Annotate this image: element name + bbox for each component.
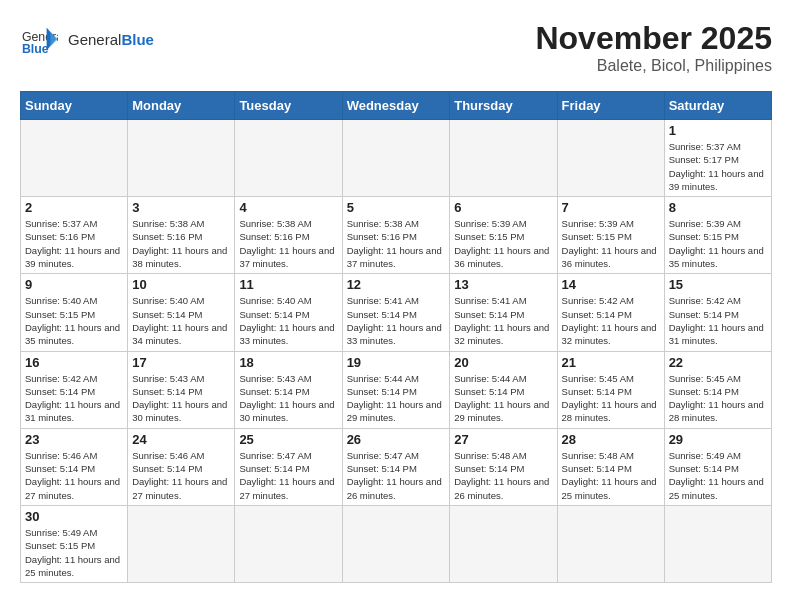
day-info: Sunrise: 5:43 AM Sunset: 5:14 PM Dayligh… — [239, 372, 337, 425]
calendar-row: 9Sunrise: 5:40 AM Sunset: 5:15 PM Daylig… — [21, 274, 772, 351]
header-friday: Friday — [557, 92, 664, 120]
day-info: Sunrise: 5:39 AM Sunset: 5:15 PM Dayligh… — [669, 217, 767, 270]
header-wednesday: Wednesday — [342, 92, 450, 120]
calendar-cell: 27Sunrise: 5:48 AM Sunset: 5:14 PM Dayli… — [450, 428, 557, 505]
day-info: Sunrise: 5:40 AM Sunset: 5:15 PM Dayligh… — [25, 294, 123, 347]
calendar-cell: 22Sunrise: 5:45 AM Sunset: 5:14 PM Dayli… — [664, 351, 771, 428]
day-number: 17 — [132, 355, 230, 370]
day-info: Sunrise: 5:45 AM Sunset: 5:14 PM Dayligh… — [562, 372, 660, 425]
calendar-cell: 11Sunrise: 5:40 AM Sunset: 5:14 PM Dayli… — [235, 274, 342, 351]
day-info: Sunrise: 5:46 AM Sunset: 5:14 PM Dayligh… — [132, 449, 230, 502]
calendar-cell: 5Sunrise: 5:38 AM Sunset: 5:16 PM Daylig… — [342, 197, 450, 274]
title-block: November 2025 Balete, Bicol, Philippines — [535, 20, 772, 75]
calendar-row: 23Sunrise: 5:46 AM Sunset: 5:14 PM Dayli… — [21, 428, 772, 505]
calendar-cell: 7Sunrise: 5:39 AM Sunset: 5:15 PM Daylig… — [557, 197, 664, 274]
day-info: Sunrise: 5:44 AM Sunset: 5:14 PM Dayligh… — [454, 372, 552, 425]
calendar-cell — [450, 505, 557, 582]
day-info: Sunrise: 5:38 AM Sunset: 5:16 PM Dayligh… — [239, 217, 337, 270]
day-info: Sunrise: 5:41 AM Sunset: 5:14 PM Dayligh… — [347, 294, 446, 347]
day-number: 28 — [562, 432, 660, 447]
day-number: 9 — [25, 277, 123, 292]
day-number: 3 — [132, 200, 230, 215]
day-info: Sunrise: 5:40 AM Sunset: 5:14 PM Dayligh… — [239, 294, 337, 347]
calendar-cell — [128, 120, 235, 197]
logo-text: GeneralBlue — [68, 31, 154, 48]
calendar-cell: 29Sunrise: 5:49 AM Sunset: 5:14 PM Dayli… — [664, 428, 771, 505]
calendar-cell — [342, 120, 450, 197]
calendar-cell: 17Sunrise: 5:43 AM Sunset: 5:14 PM Dayli… — [128, 351, 235, 428]
page-subtitle: Balete, Bicol, Philippines — [535, 57, 772, 75]
day-number: 12 — [347, 277, 446, 292]
day-number: 21 — [562, 355, 660, 370]
calendar-cell — [557, 505, 664, 582]
calendar-cell: 9Sunrise: 5:40 AM Sunset: 5:15 PM Daylig… — [21, 274, 128, 351]
calendar-row: 30Sunrise: 5:49 AM Sunset: 5:15 PM Dayli… — [21, 505, 772, 582]
svg-text:Blue: Blue — [22, 42, 49, 56]
weekday-header-row: Sunday Monday Tuesday Wednesday Thursday… — [21, 92, 772, 120]
day-number: 22 — [669, 355, 767, 370]
day-number: 13 — [454, 277, 552, 292]
calendar-cell: 13Sunrise: 5:41 AM Sunset: 5:14 PM Dayli… — [450, 274, 557, 351]
calendar-cell: 24Sunrise: 5:46 AM Sunset: 5:14 PM Dayli… — [128, 428, 235, 505]
day-info: Sunrise: 5:47 AM Sunset: 5:14 PM Dayligh… — [239, 449, 337, 502]
day-number: 26 — [347, 432, 446, 447]
day-number: 20 — [454, 355, 552, 370]
day-number: 25 — [239, 432, 337, 447]
calendar-cell: 12Sunrise: 5:41 AM Sunset: 5:14 PM Dayli… — [342, 274, 450, 351]
day-info: Sunrise: 5:38 AM Sunset: 5:16 PM Dayligh… — [347, 217, 446, 270]
day-info: Sunrise: 5:42 AM Sunset: 5:14 PM Dayligh… — [25, 372, 123, 425]
calendar-cell: 30Sunrise: 5:49 AM Sunset: 5:15 PM Dayli… — [21, 505, 128, 582]
day-info: Sunrise: 5:42 AM Sunset: 5:14 PM Dayligh… — [562, 294, 660, 347]
calendar-cell — [557, 120, 664, 197]
header-thursday: Thursday — [450, 92, 557, 120]
day-info: Sunrise: 5:48 AM Sunset: 5:14 PM Dayligh… — [454, 449, 552, 502]
calendar-row: 16Sunrise: 5:42 AM Sunset: 5:14 PM Dayli… — [21, 351, 772, 428]
day-number: 15 — [669, 277, 767, 292]
day-info: Sunrise: 5:46 AM Sunset: 5:14 PM Dayligh… — [25, 449, 123, 502]
calendar-cell: 20Sunrise: 5:44 AM Sunset: 5:14 PM Dayli… — [450, 351, 557, 428]
calendar-cell: 21Sunrise: 5:45 AM Sunset: 5:14 PM Dayli… — [557, 351, 664, 428]
day-number: 8 — [669, 200, 767, 215]
day-info: Sunrise: 5:38 AM Sunset: 5:16 PM Dayligh… — [132, 217, 230, 270]
header-saturday: Saturday — [664, 92, 771, 120]
calendar-cell — [664, 505, 771, 582]
calendar-cell: 1Sunrise: 5:37 AM Sunset: 5:17 PM Daylig… — [664, 120, 771, 197]
day-number: 24 — [132, 432, 230, 447]
day-info: Sunrise: 5:45 AM Sunset: 5:14 PM Dayligh… — [669, 372, 767, 425]
calendar-cell — [450, 120, 557, 197]
calendar-cell: 23Sunrise: 5:46 AM Sunset: 5:14 PM Dayli… — [21, 428, 128, 505]
calendar-cell: 18Sunrise: 5:43 AM Sunset: 5:14 PM Dayli… — [235, 351, 342, 428]
day-number: 11 — [239, 277, 337, 292]
day-info: Sunrise: 5:39 AM Sunset: 5:15 PM Dayligh… — [454, 217, 552, 270]
calendar-table: Sunday Monday Tuesday Wednesday Thursday… — [20, 91, 772, 583]
day-info: Sunrise: 5:42 AM Sunset: 5:14 PM Dayligh… — [669, 294, 767, 347]
calendar-cell: 2Sunrise: 5:37 AM Sunset: 5:16 PM Daylig… — [21, 197, 128, 274]
day-number: 4 — [239, 200, 337, 215]
day-number: 27 — [454, 432, 552, 447]
day-info: Sunrise: 5:48 AM Sunset: 5:14 PM Dayligh… — [562, 449, 660, 502]
day-number: 1 — [669, 123, 767, 138]
calendar-cell: 4Sunrise: 5:38 AM Sunset: 5:16 PM Daylig… — [235, 197, 342, 274]
header-monday: Monday — [128, 92, 235, 120]
day-info: Sunrise: 5:41 AM Sunset: 5:14 PM Dayligh… — [454, 294, 552, 347]
day-info: Sunrise: 5:39 AM Sunset: 5:15 PM Dayligh… — [562, 217, 660, 270]
day-number: 5 — [347, 200, 446, 215]
logo: General Blue GeneralBlue — [20, 20, 154, 58]
calendar-cell — [235, 505, 342, 582]
day-number: 10 — [132, 277, 230, 292]
calendar-cell: 6Sunrise: 5:39 AM Sunset: 5:15 PM Daylig… — [450, 197, 557, 274]
day-number: 19 — [347, 355, 446, 370]
day-info: Sunrise: 5:37 AM Sunset: 5:17 PM Dayligh… — [669, 140, 767, 193]
day-number: 29 — [669, 432, 767, 447]
header-tuesday: Tuesday — [235, 92, 342, 120]
day-number: 7 — [562, 200, 660, 215]
day-number: 18 — [239, 355, 337, 370]
calendar-row: 2Sunrise: 5:37 AM Sunset: 5:16 PM Daylig… — [21, 197, 772, 274]
calendar-cell: 10Sunrise: 5:40 AM Sunset: 5:14 PM Dayli… — [128, 274, 235, 351]
calendar-row: 1Sunrise: 5:37 AM Sunset: 5:17 PM Daylig… — [21, 120, 772, 197]
day-number: 6 — [454, 200, 552, 215]
day-info: Sunrise: 5:49 AM Sunset: 5:15 PM Dayligh… — [25, 526, 123, 579]
calendar-cell: 14Sunrise: 5:42 AM Sunset: 5:14 PM Dayli… — [557, 274, 664, 351]
calendar-cell: 26Sunrise: 5:47 AM Sunset: 5:14 PM Dayli… — [342, 428, 450, 505]
calendar-cell: 19Sunrise: 5:44 AM Sunset: 5:14 PM Dayli… — [342, 351, 450, 428]
